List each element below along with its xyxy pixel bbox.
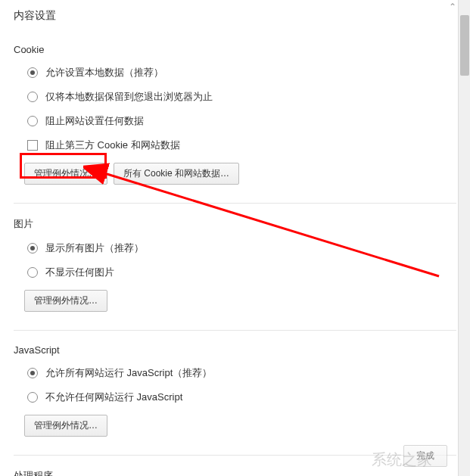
option-label: 允许设置本地数据（推荐） [45,66,163,79]
images-option-show[interactable]: 显示所有图片（推荐） [14,241,456,255]
section-title-javascript: JavaScript [14,344,456,356]
cookie-button-row: 管理例外情况… 所有 Cookie 和网站数据… [14,163,456,185]
radio-icon[interactable] [27,92,38,102]
done-button[interactable]: 完成 [403,445,447,467]
section-title-images: 图片 [14,217,456,231]
section-cookie: Cookie 允许设置本地数据（推荐） 仅将本地数据保留到您退出浏览器为止 阻止… [14,44,456,185]
cookie-option-session[interactable]: 仅将本地数据保留到您退出浏览器为止 [14,90,456,104]
option-label: 阻止第三方 Cookie 和网站数据 [45,138,180,152]
radio-icon[interactable] [27,368,38,378]
scrollbar[interactable] [458,0,470,476]
js-button-row: 管理例外情况… [14,415,456,437]
section-javascript: JavaScript 允许所有网站运行 JavaScript（推荐） 不允许任何… [14,344,456,437]
option-label: 阻止网站设置任何数据 [45,114,144,128]
cookie-all-data-button[interactable]: 所有 Cookie 和网站数据… [114,163,239,185]
checkbox-icon[interactable] [27,140,38,151]
images-exceptions-button[interactable]: 管理例外情况… [24,290,107,312]
dialog-title: 内容设置 [14,9,456,23]
divider [14,203,456,204]
cookie-exceptions-button[interactable]: 管理例外情况… [24,163,107,185]
section-handlers: 处理程序 [14,469,456,476]
images-option-hide[interactable]: 不显示任何图片 [14,266,456,279]
option-label: 不允许任何网站运行 JavaScript [45,390,182,404]
section-title-cookie: Cookie [14,44,456,55]
cookie-option-allow[interactable]: 允许设置本地数据（推荐） [14,66,456,79]
scrollbar-thumb[interactable] [460,15,469,76]
option-label: 仅将本地数据保留到您退出浏览器为止 [45,90,213,104]
js-option-block[interactable]: 不允许任何网站运行 JavaScript [14,390,456,404]
cookie-option-block[interactable]: 阻止网站设置任何数据 [14,114,456,128]
section-title-handlers: 处理程序 [14,469,456,476]
js-exceptions-button[interactable]: 管理例外情况… [24,415,107,437]
close-icon[interactable]: ⌃ [449,2,456,12]
radio-icon[interactable] [27,67,38,78]
divider [14,330,456,331]
divider [14,455,456,456]
radio-icon[interactable] [27,116,38,126]
content-settings-dialog: 内容设置 ⌃ Cookie 允许设置本地数据（推荐） 仅将本地数据保留到您退出浏… [0,0,470,476]
cookie-block-thirdparty[interactable]: 阻止第三方 Cookie 和网站数据 [14,138,456,152]
option-label: 不显示任何图片 [45,266,114,279]
option-label: 显示所有图片（推荐） [45,241,144,255]
js-option-allow[interactable]: 允许所有网站运行 JavaScript（推荐） [14,366,456,380]
option-label: 允许所有网站运行 JavaScript（推荐） [45,366,212,380]
section-images: 图片 显示所有图片（推荐） 不显示任何图片 管理例外情况… [14,217,456,312]
images-button-row: 管理例外情况… [14,290,456,312]
radio-icon[interactable] [27,243,38,254]
radio-icon[interactable] [27,267,38,278]
radio-icon[interactable] [27,392,38,403]
